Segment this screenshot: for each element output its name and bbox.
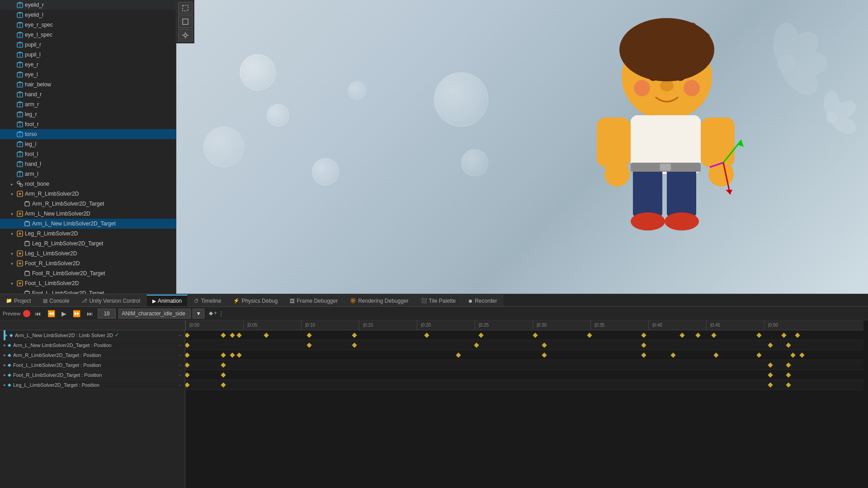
sidebar-item-eyelid_r[interactable]: eyelid_r xyxy=(0,0,176,10)
sidebar-item-Arm_R_LimbSolver2D_Target[interactable]: Arm_R_LimbSolver2D_Target xyxy=(0,199,176,209)
keyframe-diamond[interactable] xyxy=(185,372,190,377)
record-button[interactable] xyxy=(23,310,30,317)
keyframe-diamond[interactable] xyxy=(768,343,773,347)
keyframe-diamond[interactable] xyxy=(786,382,791,387)
tab-animation[interactable]: ▶Animation xyxy=(146,295,188,306)
first-frame-button[interactable]: ⏮ xyxy=(33,309,43,318)
tab-physics_debug[interactable]: ⚡Physics Debug xyxy=(227,295,283,306)
sidebar-item-leg_l[interactable]: leg_l xyxy=(0,139,176,149)
tab-project[interactable]: 📁Project xyxy=(0,295,37,306)
keyframe-diamond[interactable] xyxy=(352,333,357,338)
keyframe-diamond[interactable] xyxy=(185,333,190,338)
keyframe-diamond[interactable] xyxy=(221,372,226,377)
keyframe-diamond[interactable] xyxy=(786,372,791,377)
keyframe-diamond[interactable] xyxy=(456,352,461,357)
keyframe-diamond[interactable] xyxy=(221,352,226,357)
keyframe-diamond[interactable] xyxy=(695,333,700,338)
sidebar-item-eye_r_spec[interactable]: eye_r_spec xyxy=(0,20,176,30)
keyframe-diamond[interactable] xyxy=(795,333,800,338)
scene-viewport[interactable] xyxy=(176,0,868,294)
keyframe-diamond[interactable] xyxy=(768,372,773,377)
track-expand-5[interactable]: ▸ xyxy=(4,382,6,387)
keyframe-diamond[interactable] xyxy=(230,333,235,338)
sidebar-item-eyelid_l[interactable]: eyelid_l xyxy=(0,10,176,20)
keyframe-diamond[interactable] xyxy=(641,333,646,338)
sidebar-item-Foot_L_LimbSolver2D_Target[interactable]: Foot_L_LimbSolver2D_Target xyxy=(0,288,176,294)
sidebar-item-hair_below[interactable]: hair_below xyxy=(0,80,176,89)
keyframe-diamond[interactable] xyxy=(533,333,538,338)
expand-arrow-Foot_R_LimbSolver2D[interactable]: ▾ xyxy=(11,261,15,266)
key-menu-icon[interactable]: ⋮ xyxy=(218,310,224,317)
keyframe-diamond[interactable] xyxy=(185,382,190,387)
keyframe-diamond[interactable] xyxy=(307,333,311,338)
frame-number-input[interactable] xyxy=(98,309,116,319)
keyframe-diamond[interactable] xyxy=(474,343,479,347)
expand-arrow-Foot_L_LimbSolver2D[interactable]: ▾ xyxy=(11,281,15,286)
last-frame-button[interactable]: ⏭ xyxy=(85,309,95,318)
sidebar-item-hand_r[interactable]: hand_r xyxy=(0,89,176,99)
keyframe-diamond[interactable] xyxy=(185,362,190,367)
keyframe-diamond[interactable] xyxy=(679,333,684,338)
animation-dropdown-button[interactable]: ▼ xyxy=(193,309,204,319)
keyframe-diamond[interactable] xyxy=(542,343,547,347)
sidebar-item-Leg_R_LimbSolver2D_Target[interactable]: Leg_R_LimbSolver2D_Target xyxy=(0,239,176,249)
keyframe-diamond[interactable] xyxy=(768,362,773,367)
expand-arrow-Arm_R_LimbSolver2D[interactable]: ▾ xyxy=(11,192,15,197)
tab-recorder[interactable]: ⏺Recorder xyxy=(462,295,503,306)
sidebar-item-hand_l[interactable]: hand_l xyxy=(0,159,176,169)
keyframe-diamond[interactable] xyxy=(307,343,311,347)
sidebar-item-leg_r[interactable]: leg_r xyxy=(0,109,176,119)
keyframe-diamond[interactable] xyxy=(185,352,190,357)
keyframe-diamond[interactable] xyxy=(185,343,190,347)
next-frame-button[interactable]: ⏩ xyxy=(71,309,82,318)
track-expand-1[interactable]: ▸ xyxy=(4,343,6,347)
prev-frame-button[interactable]: ⏪ xyxy=(46,309,57,318)
sidebar-item-eye_l[interactable]: eye_l xyxy=(0,70,176,80)
tab-rendering_debugger[interactable]: 🔆Rendering Debugger xyxy=(344,295,414,306)
keyframe-diamond[interactable] xyxy=(786,343,791,347)
keyframe-diamond[interactable] xyxy=(542,352,547,357)
sidebar-item-Leg_L_LimbSolver2D[interactable]: ▾Leg_L_LimbSolver2D xyxy=(0,249,176,258)
keyframe-diamond[interactable] xyxy=(236,352,241,357)
sidebar-item-arm_r[interactable]: arm_r xyxy=(0,99,176,109)
keyframe-diamond[interactable] xyxy=(264,333,269,338)
sidebar-item-Foot_R_LimbSolver2D[interactable]: ▾Foot_R_LimbSolver2D xyxy=(0,258,176,268)
expand-arrow-Leg_L_LimbSolver2D[interactable]: ▾ xyxy=(11,251,15,256)
sidebar-item-arm_l[interactable]: arm_l xyxy=(0,169,176,179)
keyframe-diamond[interactable] xyxy=(711,333,716,338)
keyframe-diamond[interactable] xyxy=(587,333,592,338)
keyframe-diamond[interactable] xyxy=(768,382,773,387)
keyframe-diamond[interactable] xyxy=(424,333,429,338)
sidebar-item-Arm_R_LimbSolver2D[interactable]: ▾Arm_R_LimbSolver2D xyxy=(0,189,176,199)
track-expand-4[interactable]: ▸ xyxy=(4,372,6,377)
keyframe-diamond[interactable] xyxy=(230,352,235,357)
settings-button[interactable] xyxy=(178,29,193,42)
sidebar-item-Arm_L_New_LimbSolver2D_Target[interactable]: Arm_L_New LimbSolver2D_Target xyxy=(0,219,176,229)
track-minus-0[interactable]: − xyxy=(179,333,181,338)
keyframe-diamond[interactable] xyxy=(221,333,226,338)
keyframe-diamond[interactable] xyxy=(221,382,226,387)
keyframe-diamond[interactable] xyxy=(790,352,795,357)
keyframe-diamond[interactable] xyxy=(799,352,804,357)
key-add-icon[interactable]: + xyxy=(214,310,217,317)
tab-timeline[interactable]: ⏱Timeline xyxy=(188,295,227,306)
expand-arrow-Arm_L_New_LimbSolver2D[interactable]: ▾ xyxy=(11,211,15,216)
play-button[interactable]: ▶ xyxy=(60,309,68,318)
transform-button[interactable] xyxy=(178,15,193,28)
animation-name-input[interactable] xyxy=(118,309,191,319)
sidebar-item-eye_r[interactable]: eye_r xyxy=(0,60,176,70)
sidebar-item-pupil_r[interactable]: pupil_r xyxy=(0,40,176,50)
rect-select-button[interactable] xyxy=(178,2,193,14)
sidebar-item-eye_l_spec[interactable]: eye_l_spec xyxy=(0,30,176,40)
keyframe-diamond[interactable] xyxy=(352,343,357,347)
track-minus-2[interactable]: − xyxy=(179,352,181,358)
track-expand-3[interactable]: ▸ xyxy=(4,362,6,367)
track-expand-0[interactable]: ▸ xyxy=(5,333,8,338)
keyframe-diamond[interactable] xyxy=(781,333,786,338)
keyframe-diamond[interactable] xyxy=(236,333,241,338)
sidebar-item-Leg_R_LimbSolver2D[interactable]: ▾Leg_R_LimbSolver2D xyxy=(0,229,176,239)
track-minus-3[interactable]: − xyxy=(179,362,181,368)
track-minus-5[interactable]: − xyxy=(179,382,181,388)
keyframe-diamond[interactable] xyxy=(713,352,718,357)
tab-tile_palette[interactable]: ⬛Tile Palette xyxy=(415,295,462,306)
